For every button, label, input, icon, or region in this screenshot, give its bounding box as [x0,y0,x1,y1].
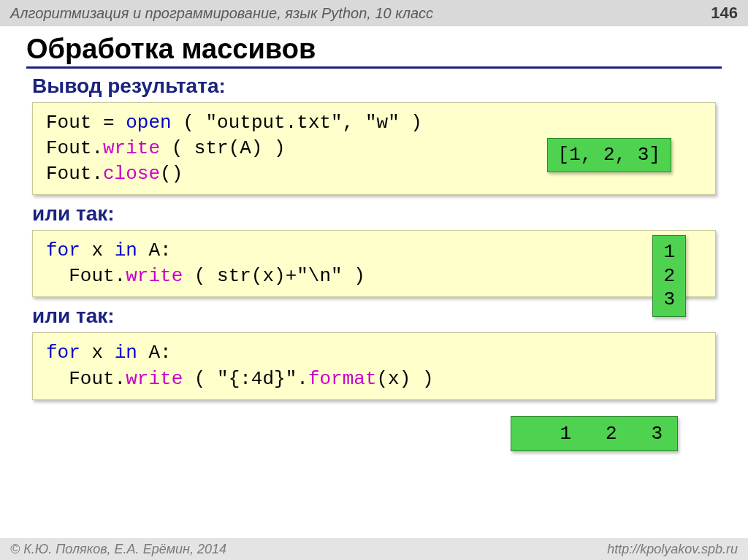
page-number: 146 [711,4,738,23]
footer-bar: © К.Ю. Поляков, Е.А. Ерёмин, 2014 http:/… [0,538,748,560]
header-bar: Алгоритмизация и программирование, язык … [0,0,748,26]
section-heading-3: или так: [32,304,722,328]
copyright: © К.Ю. Поляков, Е.А. Ерёмин, 2014 [10,542,226,557]
output-badge-2: 1 2 3 [652,235,686,317]
output-badge-1: [1, 2, 3] [547,138,671,172]
code-block-3: for x in A: Fout.write ( "{:4d}".format(… [32,332,716,399]
section-heading-2: или так: [32,202,722,226]
content: Обработка массивов Вывод результата: Fou… [0,26,748,451]
section-heading-1: Вывод результата: [32,74,722,98]
code-block-1: Fout = open ( "output.txt", "w" ) Fout.w… [32,102,716,195]
course-title: Алгоритмизация и программирование, язык … [10,5,433,22]
code-block-2: for x in A: Fout.write ( str(x)+"\n" )1 … [32,230,716,297]
output-badge-3: 1 2 3 [511,416,678,451]
footer-url: http://kpolyakov.spb.ru [607,542,738,557]
title-rule [26,66,722,69]
page-title: Обработка массивов [26,34,722,65]
